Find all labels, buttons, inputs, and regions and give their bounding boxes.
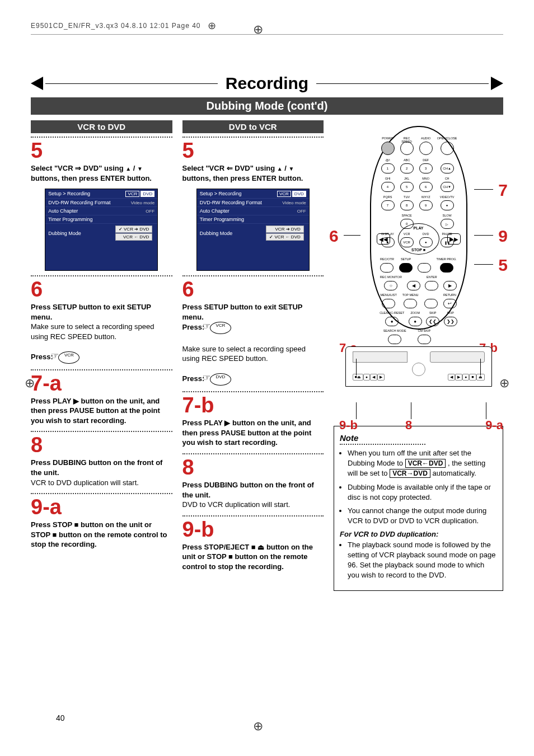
remote-button: GHI4 <box>380 177 396 192</box>
note-item: When you turn off the unit after set the… <box>348 448 497 479</box>
col-illustrations: POWERREC SPEEDAUDIOOPEN/CLOSE.@/:1ABC2DE… <box>334 120 503 591</box>
remote-button: ENTER <box>425 276 438 290</box>
remote-button: RETURN↩ <box>443 294 457 308</box>
page-number: 40 <box>56 713 65 722</box>
up-icon <box>125 164 131 172</box>
col-heading: VCR to DVD <box>31 120 172 133</box>
step-number: 7-a <box>31 373 172 394</box>
dvd-tray <box>430 351 485 363</box>
crop-mark-icon: ⊕ <box>253 22 263 37</box>
play-ring: PLAY STOP ■ <box>398 223 439 255</box>
note-box: Note When you turn off the unit after se… <box>334 426 503 591</box>
remote-button: REC SPEED <box>399 137 415 155</box>
remote-button: CLEAR/C-RESET● <box>380 312 404 326</box>
step-number: 8 <box>31 434 172 456</box>
arrow-right-icon <box>491 77 503 90</box>
callout-6: 6 <box>329 227 339 246</box>
crop-mark-icon: ⊕ <box>208 20 217 32</box>
callout-5: 5 <box>498 256 508 275</box>
fp-label-9a: 9-a <box>485 418 503 433</box>
step-text: Press PLAY ▶ button on the unit, and the… <box>182 418 324 448</box>
down-icon <box>137 164 143 172</box>
col-heading: DVD to VCR <box>182 120 324 133</box>
note-item: The playback sound mode is followed by t… <box>348 540 497 581</box>
remote-diagram: POWERREC SPEEDAUDIOOPEN/CLOSE.@/:1ABC2DE… <box>370 126 467 330</box>
remote-button: .@/:1 <box>380 159 396 173</box>
remote-button: OPEN/CLOSE <box>437 137 457 155</box>
remote-button: SKIP❮❮ <box>426 312 439 326</box>
section-title: Recording <box>218 74 316 93</box>
remote-button: ZOOM● <box>409 312 422 326</box>
remote-button: DEF3 <box>418 159 434 173</box>
remote-button: MNO6 <box>418 177 434 192</box>
vcr-button-icon: VCR <box>58 351 79 364</box>
callout-9: 9 <box>498 227 508 246</box>
header-text: E9501CD_EN/FR_v3.qx3 04.8.10 12:01 Page … <box>31 22 201 30</box>
remote-button: REC MONITOR○ <box>380 276 402 290</box>
remote-button: CM SKIP <box>418 330 431 344</box>
remote-button: MENU/LIST <box>380 294 396 308</box>
remote-button: VIDEO/TV● <box>437 196 457 210</box>
fp-label-9b: 9-b <box>339 418 358 433</box>
step-number: 8 <box>182 457 324 478</box>
manual-page: E9501CD_EN/FR_v3.qx3 04.8.10 12:01 Page … <box>0 0 534 756</box>
print-header: E9501CD_EN/FR_v3.qx3 04.8.10 12:01 Page … <box>31 20 503 35</box>
step-text: Press DUBBING button on the front of the… <box>182 480 324 510</box>
step-number: 6 <box>31 279 172 300</box>
step-text: Press SETUP button to exit SETUP menu. P… <box>182 302 324 386</box>
remote-button: SEARCH MODE <box>383 330 406 344</box>
down-icon <box>289 164 294 172</box>
vcr-slot <box>353 351 407 363</box>
step-text: Select "VCR ⇒ DVD" using / buttons, then… <box>31 163 172 183</box>
fp-label-8: 8 <box>405 418 412 433</box>
step-text: Press DUBBING button on the front of the… <box>31 458 172 487</box>
remote-button: TOP MENU <box>402 294 419 308</box>
section-title-row: Recording <box>31 74 503 93</box>
col-dvd-to-vcr: DVD to VCR 5 Select "VCR ⇐ DVD" using / … <box>182 120 324 591</box>
step-number: 5 <box>31 140 172 161</box>
remote-button: SKIP❯❯ <box>444 312 457 326</box>
remote-button: CHCH▼ <box>437 177 457 192</box>
setup-menu-screenshot: Setup > Recording VCRDVD DVD-RW Recordin… <box>45 189 158 271</box>
step-text: Press STOP ■ button on the unit or STOP … <box>31 520 172 550</box>
arrow-left-icon <box>31 77 43 90</box>
ffwd-icon: ▶▶ <box>447 233 461 245</box>
step-text: Select "VCR ⇐ DVD" using / buttons, then… <box>182 163 324 183</box>
remote-button <box>418 258 431 273</box>
front-panel-diagram: ■⏏●◀▶ ◀▶●■⏏ <box>345 346 492 387</box>
step-text: Press SETUP button to exit SETUP menu. M… <box>31 302 172 364</box>
remote-button: CH▲ <box>437 159 457 173</box>
remote-button: POWER <box>380 137 396 155</box>
remote-button: ◀ <box>407 276 420 290</box>
step-number: 5 <box>182 140 324 161</box>
remote-button: SETUP <box>399 258 413 273</box>
remote-button: TIMER PROG. <box>437 258 457 273</box>
remote-button: PQRS7 <box>380 196 396 210</box>
remote-button: REC/OTR <box>380 258 394 273</box>
rewind-icon: ◀◀ <box>377 233 390 245</box>
note-item: Dubbing Mode is available only if the ta… <box>348 482 497 503</box>
step-number: 7-b <box>182 395 324 416</box>
up-icon <box>277 164 283 172</box>
note-heading: Note <box>340 432 425 445</box>
setup-menu-screenshot: Setup > Recording VCRDVD DVD-RW Recordin… <box>196 189 310 271</box>
remote-button: JKL5 <box>399 177 415 192</box>
step-number: 9-a <box>31 496 172 518</box>
crop-mark-icon: ⊕ <box>25 376 35 391</box>
content-columns: VCR to DVD 5 Select "VCR ⇒ DVD" using / … <box>31 120 503 591</box>
step-number: 9-b <box>182 519 324 540</box>
remote-button: AUDIO <box>418 137 434 155</box>
section-subtitle: Dubbing Mode (cont'd) <box>31 97 503 115</box>
col-vcr-to-dvd: VCR to DVD 5 Select "VCR ⇒ DVD" using / … <box>31 120 172 591</box>
remote-button: TUV8 <box>399 196 415 210</box>
dvd-button-icon: DVD <box>210 373 231 386</box>
step-number: 6 <box>182 279 324 300</box>
crop-mark-icon: ⊕ <box>253 719 263 734</box>
remote-button <box>424 294 438 308</box>
callout-7: 7 <box>498 181 508 200</box>
step-text: Press PLAY ▶ button on the unit, and the… <box>31 396 172 426</box>
note-subheading: For VCR to DVD duplication: <box>340 529 497 539</box>
remote-button: WXYZ9 <box>418 196 434 210</box>
step-text: Press STOP/EJECT ■ ⏏ button on the unit … <box>182 542 324 572</box>
note-item: You cannot change the output mode during… <box>348 506 497 526</box>
